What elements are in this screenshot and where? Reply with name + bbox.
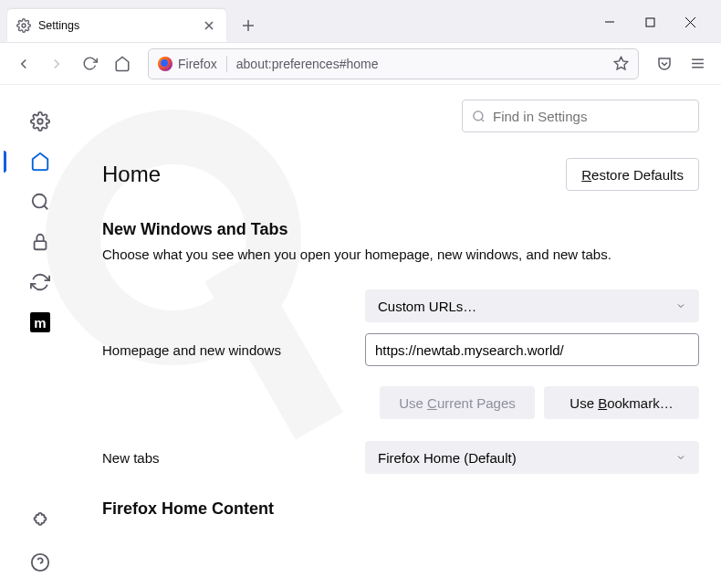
maximize-button[interactable] (641, 13, 659, 31)
gear-icon (16, 18, 31, 33)
browser-tab[interactable]: Settings (7, 9, 226, 42)
chevron-down-icon (675, 452, 686, 463)
minimize-button[interactable] (601, 13, 619, 31)
divider (226, 56, 227, 72)
homepage-mode-value: Custom URLs… (378, 299, 476, 314)
newtabs-mode-select[interactable]: Firefox Home (Default) (365, 441, 699, 474)
sidebar-item-support[interactable] (29, 551, 51, 573)
reload-button[interactable] (75, 49, 104, 79)
preferences-main: Home Restore Defaults New Windows and Ta… (80, 85, 721, 588)
find-in-settings-input[interactable] (493, 109, 689, 124)
home-button[interactable] (108, 49, 137, 79)
section-new-windows-title: New Windows and Tabs (102, 220, 699, 239)
sidebar-item-general[interactable] (29, 110, 51, 132)
svg-rect-1 (646, 18, 654, 26)
forward-button[interactable] (42, 49, 71, 79)
svg-point-4 (33, 194, 47, 208)
tab-title: Settings (38, 19, 201, 32)
navigation-toolbar: Firefox about:preferences#home (0, 43, 721, 85)
sidebar-item-privacy[interactable] (29, 231, 51, 253)
preferences-sidebar: m (0, 85, 80, 588)
url-bar[interactable]: Firefox about:preferences#home (148, 48, 639, 79)
sidebar-item-sync[interactable] (29, 271, 51, 293)
mozilla-m-icon: m (30, 312, 50, 332)
search-icon (472, 110, 486, 123)
save-to-pocket-button[interactable] (650, 49, 679, 79)
svg-rect-5 (35, 241, 47, 249)
chevron-down-icon (675, 300, 686, 311)
svg-point-0 (22, 24, 26, 27)
window-controls (601, 13, 714, 42)
newtabs-mode-value: Firefox Home (Default) (378, 450, 517, 466)
use-current-pages-button[interactable]: Use Current Pages (380, 386, 535, 419)
sidebar-item-extensions[interactable] (29, 511, 51, 533)
homepage-mode-select[interactable]: Custom URLs… (365, 289, 699, 322)
back-button[interactable] (9, 49, 38, 79)
homepage-url-input[interactable] (365, 333, 699, 366)
svg-point-8 (474, 110, 483, 120)
sidebar-item-more-from-mozilla[interactable]: m (29, 311, 51, 333)
svg-marker-2 (614, 57, 627, 68)
identity-box[interactable]: Firefox (158, 57, 217, 71)
section-firefox-home-content-title: Firefox Home Content (102, 499, 699, 519)
app-menu-button[interactable] (683, 49, 712, 79)
find-in-settings-box[interactable] (462, 100, 699, 132)
bookmark-star-icon[interactable] (613, 56, 629, 71)
svg-point-3 (37, 119, 43, 124)
close-window-button[interactable] (681, 13, 699, 31)
use-bookmark-button[interactable]: Use Bookmark… (544, 386, 699, 419)
titlebar: Settings (0, 0, 721, 43)
url-text: about:preferences#home (236, 57, 604, 71)
sidebar-item-home[interactable] (29, 151, 51, 173)
tab-close-button[interactable] (201, 17, 217, 34)
section-new-windows-desc: Choose what you see when you open your h… (102, 245, 699, 264)
homepage-label: Homepage and new windows (102, 342, 365, 358)
sidebar-item-search[interactable] (29, 191, 51, 213)
restore-defaults-button[interactable]: Restore Defaults (566, 158, 699, 191)
newtabs-label: New tabs (102, 450, 365, 466)
new-tab-button[interactable] (234, 11, 263, 40)
page-title: Home (102, 162, 161, 187)
firefox-logo-icon (158, 57, 172, 71)
identity-label: Firefox (178, 57, 217, 71)
